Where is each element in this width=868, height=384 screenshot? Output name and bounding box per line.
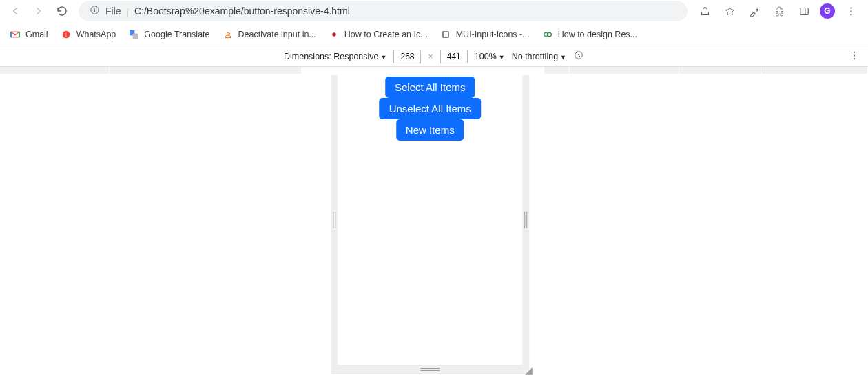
bookmark-whatsapp[interactable]: ! WhatsApp <box>61 29 116 40</box>
red-dot-icon <box>329 29 340 40</box>
menu-button[interactable] <box>842 2 860 20</box>
arrow-right-icon <box>32 5 45 17</box>
share-icon <box>699 6 711 17</box>
viewport-width-input[interactable] <box>393 50 421 63</box>
bookmark-how-to-design[interactable]: How to design Res... <box>542 29 637 40</box>
sidepanel-button[interactable] <box>795 2 813 20</box>
whatsapp-icon: ! <box>61 29 72 40</box>
new-items-button[interactable]: New Items <box>396 119 464 141</box>
bookmark-mui-input-icons[interactable]: MUI-Input-Icons -... <box>440 29 530 40</box>
viewport-height-input[interactable] <box>440 50 468 63</box>
address-bar[interactable]: File | C:/Bootsrap%20example/button-resp… <box>79 1 688 21</box>
chevron-down-icon: ▼ <box>499 54 505 61</box>
reload-button[interactable] <box>52 1 72 21</box>
svg-rect-13 <box>443 32 448 37</box>
arrow-left-icon <box>9 5 21 17</box>
box-icon <box>440 29 451 40</box>
chevron-down-icon: ▼ <box>560 54 566 61</box>
resize-handle-bottom[interactable] <box>331 365 529 374</box>
reload-icon <box>56 5 68 17</box>
svg-text:!: ! <box>65 32 67 37</box>
bookmark-deactivate-input[interactable]: Deactivate input in... <box>223 29 316 40</box>
profile-avatar[interactable]: G <box>820 3 835 19</box>
bookmark-gmail[interactable]: Gmail <box>10 29 48 40</box>
button-stack: Select All Items Unselect All Items New … <box>380 77 481 141</box>
resize-handle-corner[interactable]: ◢ <box>525 365 533 376</box>
bookmark-button[interactable] <box>721 2 738 20</box>
svg-point-6 <box>850 10 851 12</box>
bookmark-gtranslate[interactable]: Google Translate <box>128 29 209 40</box>
x-separator: × <box>428 52 433 61</box>
svg-rect-11 <box>133 33 138 38</box>
resize-handle-left[interactable] <box>331 75 338 365</box>
svg-point-2 <box>94 8 95 8</box>
zoom-value: 100% <box>475 52 497 61</box>
bookmark-label: WhatsApp <box>76 30 116 39</box>
eyedropper-button[interactable] <box>745 2 763 20</box>
extensions-button[interactable] <box>770 2 788 20</box>
url-scheme-label: File <box>105 6 121 17</box>
bookmark-label: Deactivate input in... <box>238 30 316 39</box>
chevron-down-icon: ▼ <box>381 54 387 61</box>
toolbar-trailing: G <box>696 2 862 20</box>
svg-point-20 <box>854 58 855 59</box>
svg-point-19 <box>854 54 855 56</box>
bookmarks-bar: Gmail ! WhatsApp Google Translate Deacti… <box>0 23 868 46</box>
emulated-viewport: Select All Items Unselect All Items New … <box>338 75 522 365</box>
svg-point-15 <box>548 32 551 36</box>
gmail-icon <box>10 29 21 40</box>
svg-point-12 <box>332 32 335 36</box>
throttling-value: No throttling <box>512 52 558 61</box>
bookmark-how-to-create[interactable]: How to Create an Ic... <box>329 29 428 40</box>
stackoverflow-icon <box>223 29 234 40</box>
bookmark-label: Google Translate <box>144 30 209 39</box>
svg-point-18 <box>854 51 855 52</box>
device-emulation-area: Select All Items Unselect All Items New … <box>0 75 868 384</box>
share-button[interactable] <box>696 2 714 20</box>
svg-point-5 <box>850 7 851 8</box>
kebab-icon <box>849 50 860 61</box>
kebab-icon <box>845 6 857 17</box>
puzzle-icon <box>774 6 785 17</box>
avatar-initial: G <box>824 6 830 16</box>
unselect-all-button[interactable]: Unselect All Items <box>380 98 481 119</box>
back-button[interactable] <box>6 1 25 21</box>
gtranslate-icon <box>128 29 139 40</box>
responsive-ruler <box>0 67 868 75</box>
bookmark-label: How to Create an Ic... <box>344 30 428 39</box>
eyedropper-icon <box>749 6 761 17</box>
browser-toolbar: File | C:/Bootsrap%20example/button-resp… <box>0 0 868 23</box>
dimensions-label: Dimensions: Responsive <box>284 52 379 61</box>
bookmark-label: How to design Res... <box>558 30 637 39</box>
devtools-more-button[interactable] <box>849 50 860 63</box>
rotate-icon <box>573 50 584 61</box>
bookmark-label: Gmail <box>25 30 48 39</box>
gfg-icon <box>542 29 553 40</box>
svg-point-14 <box>544 32 547 36</box>
svg-line-17 <box>576 52 581 58</box>
svg-point-7 <box>850 14 851 15</box>
svg-rect-3 <box>800 8 807 14</box>
devtools-device-toolbar: Dimensions: Responsive▼ × 100%▼ No throt… <box>0 46 868 67</box>
forward-button[interactable] <box>29 1 48 21</box>
star-icon <box>724 6 736 17</box>
resize-handle-right[interactable] <box>522 75 529 365</box>
rotate-button[interactable] <box>573 50 584 63</box>
info-icon <box>90 5 100 17</box>
url-text: C:/Bootsrap%20example/button-responsive-… <box>134 6 350 17</box>
throttling-dropdown[interactable]: No throttling▼ <box>512 52 566 61</box>
bookmark-label: MUI-Input-Icons -... <box>456 30 530 39</box>
sidepanel-icon <box>798 6 810 17</box>
select-all-button[interactable]: Select All Items <box>385 77 475 98</box>
separator: | <box>127 6 129 17</box>
dimensions-dropdown[interactable]: Dimensions: Responsive▼ <box>284 52 386 61</box>
zoom-dropdown[interactable]: 100%▼ <box>475 52 505 61</box>
